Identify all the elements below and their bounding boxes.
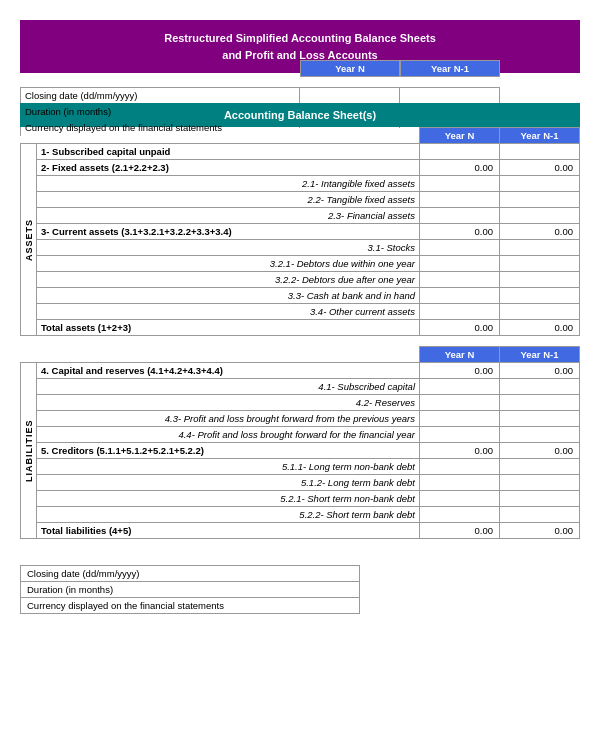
liab-italic-label: 4.2- Reserves (37, 395, 420, 411)
assets-bold-label: Total assets (1+2+3) (37, 320, 420, 336)
assets-val-n: 0.00 (420, 160, 500, 176)
assets-italic-label: 3.2.2- Debtors due after one year (37, 272, 420, 288)
assets-val-n1 (500, 192, 580, 208)
liab-val-n (420, 411, 500, 427)
assets-italic-label: 3.4- Other current assets (37, 304, 420, 320)
assets-table: Year N Year N-1 ASSETS1- Subscribed capi… (20, 127, 580, 336)
assets-val-n (420, 176, 500, 192)
assets-val-n1 (500, 240, 580, 256)
liab-val-n1 (500, 395, 580, 411)
assets-val-n (420, 208, 500, 224)
liab-val-n (420, 427, 500, 443)
liab-val-n1 (500, 507, 580, 523)
liab-val-n1 (500, 491, 580, 507)
assets-rotated-label: ASSETS (21, 144, 37, 336)
liab-val-n1 (500, 427, 580, 443)
liab-col-yearn: Year N (420, 347, 500, 363)
liab-italic-label: 4.4- Profit and loss brought forward for… (37, 427, 420, 443)
liab-val-n1 (500, 459, 580, 475)
assets-bold-label: 3- Current assets (3.1+3.2.1+3.2.2+3.3+3… (37, 224, 420, 240)
liab-italic-label: 5.1.2- Long term bank debt (37, 475, 420, 491)
liab-italic-label: 4.3- Profit and loss brought forward fro… (37, 411, 420, 427)
assets-italic-label: 2.2- Tangible fixed assets (37, 192, 420, 208)
bottom-currency-label: Currency displayed on the financial stat… (21, 598, 360, 614)
liabilities-rotated-label: LIABILITIES (21, 363, 37, 539)
assets-bold-label: 2- Fixed assets (2.1+2.2+2.3) (37, 160, 420, 176)
liab-val-n1: 0.00 (500, 443, 580, 459)
assets-val-n1 (500, 144, 580, 160)
liab-val-n (420, 507, 500, 523)
title-line1: Restructured Simplified Accounting Balan… (40, 30, 560, 47)
liab-italic-label: 5.2.2- Short term bank debt (37, 507, 420, 523)
assets-val-n (420, 192, 500, 208)
liab-val-n1: 0.00 (500, 363, 580, 379)
bottom-info-table: Closing date (dd/mm/yyyy) Duration (in m… (20, 565, 360, 614)
assets-val-n: 0.00 (420, 224, 500, 240)
assets-val-n: 0.00 (420, 320, 500, 336)
bottom-duration-label: Duration (in months) (21, 582, 360, 598)
liab-italic-label: 5.2.1- Short term non-bank debt (37, 491, 420, 507)
top-col-yearn: Year N (300, 60, 400, 77)
bottom-closing-label: Closing date (dd/mm/yyyy) (21, 566, 360, 582)
assets-val-n1 (500, 176, 580, 192)
assets-italic-label: 2.1- Intangible fixed assets (37, 176, 420, 192)
liab-val-n: 0.00 (420, 523, 500, 539)
liab-bold-label: 5. Creditors (5.1.1+5.1.2+5.2.1+5.2.2) (37, 443, 420, 459)
assets-val-n (420, 144, 500, 160)
liab-bold-label: Total liabilities (4+5) (37, 523, 420, 539)
assets-bold-label: 1- Subscribed capital unpaid (37, 144, 420, 160)
liab-col-yearn1: Year N-1 (500, 347, 580, 363)
liab-val-n1: 0.00 (500, 523, 580, 539)
assets-val-n (420, 288, 500, 304)
assets-val-n (420, 256, 500, 272)
liab-val-n (420, 491, 500, 507)
liab-val-n (420, 395, 500, 411)
liab-val-n1 (500, 411, 580, 427)
liab-val-n: 0.00 (420, 443, 500, 459)
assets-italic-label: 3.2.1- Debtors due within one year (37, 256, 420, 272)
liab-val-n: 0.00 (420, 363, 500, 379)
top-col-yearn1: Year N-1 (400, 60, 500, 77)
assets-italic-label: 3.3- Cash at bank and in hand (37, 288, 420, 304)
liab-italic-label: 5.1.1- Long term non-bank debt (37, 459, 420, 475)
assets-val-n (420, 304, 500, 320)
liab-bold-label: 4. Capital and reserves (4.1+4.2+4.3+4.4… (37, 363, 420, 379)
assets-val-n1 (500, 304, 580, 320)
assets-val-n (420, 272, 500, 288)
assets-val-n1 (500, 288, 580, 304)
liab-val-n (420, 459, 500, 475)
liab-italic-label: 4.1- Subscribed capital (37, 379, 420, 395)
assets-val-n1 (500, 256, 580, 272)
assets-italic-label: 2.3- Financial assets (37, 208, 420, 224)
assets-val-n (420, 240, 500, 256)
assets-col-yearn: Year N (420, 128, 500, 144)
liab-val-n1 (500, 379, 580, 395)
liab-val-n1 (500, 475, 580, 491)
assets-val-n1: 0.00 (500, 320, 580, 336)
assets-val-n1 (500, 272, 580, 288)
assets-italic-label: 3.1- Stocks (37, 240, 420, 256)
liab-val-n (420, 379, 500, 395)
assets-val-n1 (500, 208, 580, 224)
assets-val-n1: 0.00 (500, 224, 580, 240)
liabilities-table: Year N Year N-1 LIABILITIES4. Capital an… (20, 346, 580, 539)
assets-col-yearn1: Year N-1 (500, 128, 580, 144)
liab-val-n (420, 475, 500, 491)
assets-val-n1: 0.00 (500, 160, 580, 176)
